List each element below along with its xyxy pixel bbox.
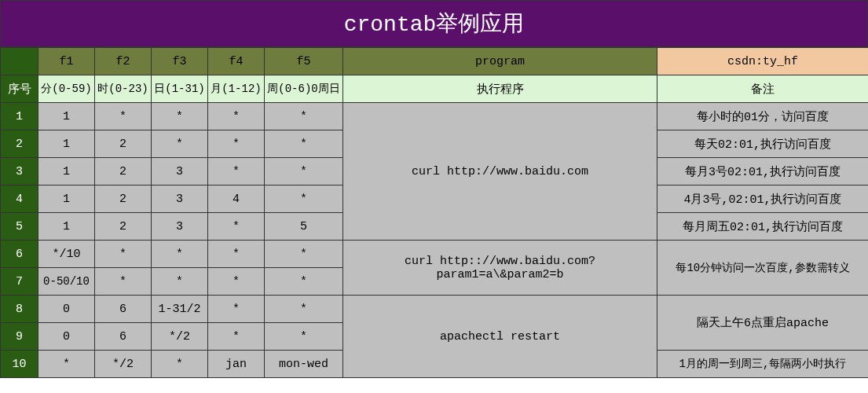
hdr-f2: f2 (95, 48, 152, 75)
row-num: 5 (1, 213, 38, 241)
cell-f1: */10 (38, 241, 95, 268)
cell-note: 隔天上午6点重启apache (657, 296, 869, 351)
row-num: 2 (1, 130, 38, 158)
cell-f3: * (152, 130, 208, 158)
cell-f4: * (208, 323, 265, 351)
hdr-f4: f4 (208, 48, 265, 75)
cell-note: 每月周五02:01,执行访问百度 (657, 213, 869, 241)
hdr-note: csdn:ty_hf (657, 48, 869, 75)
cell-note: 1月的周一到周三,每隔两小时执行 (657, 351, 869, 378)
cell-f5: * (265, 130, 343, 158)
hdr2-f1: 分(0-59) (38, 75, 95, 103)
cell-f2: 6 (95, 323, 152, 351)
cell-f2: 2 (95, 130, 152, 158)
cell-f4: * (208, 213, 265, 241)
cell-f5: 5 (265, 213, 343, 241)
corner-cell (1, 48, 38, 75)
hdr2-f4: 月(1-12) (208, 75, 265, 103)
cell-f2: * (95, 268, 152, 296)
hdr2-program: 执行程序 (343, 75, 657, 103)
row-num: 9 (1, 323, 38, 351)
crontab-table: f1 f2 f3 f4 f5 program csdn:ty_hf 序号 分(0… (0, 47, 868, 378)
cell-f3: */2 (152, 323, 208, 351)
hdr-f5: f5 (265, 48, 343, 75)
hdr2-note: 备注 (657, 75, 869, 103)
cell-f4: * (208, 103, 265, 130)
row-num: 3 (1, 158, 38, 185)
cell-f2: 2 (95, 213, 152, 241)
row-num: 10 (1, 351, 38, 378)
cell-f1: 1 (38, 130, 95, 158)
page-title: crontab举例应用 (0, 0, 868, 47)
cell-f3: * (152, 241, 208, 268)
cell-note: 4月3号,02:01,执行访问百度 (657, 185, 869, 213)
cell-f5: mon-wed (265, 351, 343, 378)
cell-f1: 0 (38, 323, 95, 351)
cell-program: curl http://www.baidu.com (343, 103, 657, 241)
row-num: 6 (1, 241, 38, 268)
hdr2-f3: 日(1-31) (152, 75, 208, 103)
cell-f4: * (208, 130, 265, 158)
header-row-1: f1 f2 f3 f4 f5 program csdn:ty_hf (1, 48, 869, 75)
cell-f1: 0-50/10 (38, 268, 95, 296)
cell-f3: 3 (152, 185, 208, 213)
row-num: 4 (1, 185, 38, 213)
cell-f5: * (265, 241, 343, 268)
cell-f5: * (265, 158, 343, 185)
cell-f5: * (265, 103, 343, 130)
cell-f1: 1 (38, 103, 95, 130)
table-row: 8 0 6 1-31/2 * * apachectl restart 隔天上午6… (1, 296, 869, 323)
hdr-f3: f3 (152, 48, 208, 75)
cell-f2: 6 (95, 296, 152, 323)
cell-f2: */2 (95, 351, 152, 378)
cell-f5: * (265, 296, 343, 323)
cell-f5: * (265, 185, 343, 213)
cell-f4: * (208, 158, 265, 185)
cell-f3: * (152, 268, 208, 296)
cell-f4: * (208, 296, 265, 323)
crontab-table-container: crontab举例应用 f1 f2 f3 f4 f5 program csdn:… (0, 0, 868, 378)
cell-note: 每天02:01,执行访问百度 (657, 130, 869, 158)
table-row: 1 1 * * * * curl http://www.baidu.com 每小… (1, 103, 869, 130)
hdr2-f2: 时(0-23) (95, 75, 152, 103)
cell-f2: * (95, 241, 152, 268)
cell-program: curl http:://www.baidu.com?param1=a\&par… (343, 241, 657, 296)
row-num: 1 (1, 103, 38, 130)
header-row-2: 序号 分(0-59) 时(0-23) 日(1-31) 月(1-12) 周(0-6… (1, 75, 869, 103)
cell-f3: 3 (152, 158, 208, 185)
cell-f3: 1-31/2 (152, 296, 208, 323)
cell-note: 每小时的01分，访问百度 (657, 103, 869, 130)
cell-f3: * (152, 103, 208, 130)
cell-f1: 1 (38, 185, 95, 213)
cell-note: 每10分钟访问一次百度,参数需转义 (657, 241, 869, 296)
cell-note: 每月3号02:01,执行访问百度 (657, 158, 869, 185)
table-row: 6 */10 * * * * curl http:://www.baidu.co… (1, 241, 869, 268)
cell-f2: 2 (95, 185, 152, 213)
hdr2-f5: 周(0-6)0周日 (265, 75, 343, 103)
cell-f2: * (95, 103, 152, 130)
cell-f4: * (208, 268, 265, 296)
cell-f5: * (265, 268, 343, 296)
cell-f1: 0 (38, 296, 95, 323)
hdr-seq: 序号 (1, 75, 38, 103)
cell-f4: * (208, 241, 265, 268)
cell-f4: jan (208, 351, 265, 378)
cell-program: apachectl restart (343, 296, 657, 378)
hdr-program: program (343, 48, 657, 75)
cell-f4: 4 (208, 185, 265, 213)
cell-f5: * (265, 323, 343, 351)
cell-f3: * (152, 351, 208, 378)
cell-f1: * (38, 351, 95, 378)
cell-f1: 1 (38, 213, 95, 241)
cell-f2: 2 (95, 158, 152, 185)
cell-f3: 3 (152, 213, 208, 241)
row-num: 8 (1, 296, 38, 323)
row-num: 7 (1, 268, 38, 296)
cell-f1: 1 (38, 158, 95, 185)
hdr-f1: f1 (38, 48, 95, 75)
